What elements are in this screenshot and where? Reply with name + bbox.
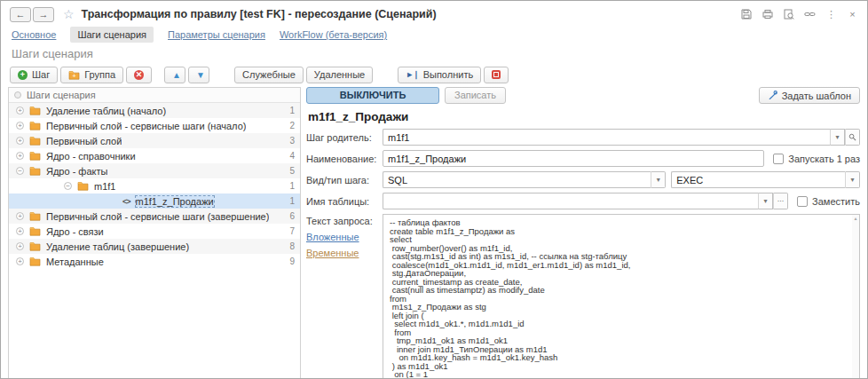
deleted-steps-label: Удаленные <box>314 69 365 80</box>
add-group-button[interactable]: + Группа <box>60 67 123 83</box>
back-button[interactable]: ← <box>10 7 31 22</box>
set-template-button[interactable]: Задать шаблон <box>759 87 860 104</box>
execute-label: Выполнить <box>423 69 473 80</box>
deleted-steps-button[interactable]: Удаленные <box>306 67 373 83</box>
run-once-checkbox[interactable] <box>773 154 784 164</box>
service-steps-button[interactable]: Служебные <box>234 67 304 83</box>
search-icon[interactable] <box>783 9 794 20</box>
tree-item[interactable]: + Удаление таблиц (завершение) 8 <box>9 239 300 254</box>
close-icon[interactable]: × <box>847 9 858 20</box>
favorite-star-icon[interactable]: ☆ <box>63 8 75 20</box>
kind-dropdown-button[interactable]: ▾ <box>651 171 666 188</box>
tree-item-label: Ядро - факты <box>46 166 107 177</box>
folder-icon <box>29 211 41 221</box>
query-text-area[interactable]: -- таблица фактов create table m1f1_z_Пр… <box>383 214 860 379</box>
tree-item-label: Первичный слой <box>46 136 122 146</box>
chevron-down-icon: ▾ <box>657 176 660 184</box>
nested-queries-link[interactable]: Вложенные <box>306 232 383 242</box>
tree-item[interactable]: − m1f1 1 <box>9 178 300 193</box>
arrow-down-icon: ▼ <box>196 70 205 80</box>
expand-plus-icon[interactable]: + <box>16 122 24 130</box>
tree-item-selected[interactable]: <> m1f1_z_Продажи 1 <box>9 193 300 209</box>
expand-plus-icon[interactable]: + <box>16 257 24 265</box>
tree-item-label: Удаление таблиц (завершение) <box>46 241 189 252</box>
tree-item[interactable]: + Удаление таблиц (начало) 1 <box>9 103 300 118</box>
vertical-scrollbar[interactable]: ▴ <box>852 215 859 379</box>
tree-item-number: 1 <box>289 106 300 115</box>
code-step-icon: <> <box>122 197 130 206</box>
folder-icon <box>29 136 41 146</box>
table-dropdown-button[interactable]: ▾ <box>758 193 773 209</box>
add-step-button[interactable]: + Шаг <box>10 67 58 83</box>
tree-item-label: m1f1 <box>94 181 115 192</box>
expand-plus-icon[interactable]: + <box>16 107 24 114</box>
break-button[interactable] <box>484 67 509 83</box>
break-icon <box>492 70 501 79</box>
run-once-label: Запускать 1 раз <box>788 154 860 164</box>
replace-checkbox[interactable] <box>797 196 808 207</box>
expand-plus-icon[interactable]: + <box>16 242 24 250</box>
name-input[interactable] <box>383 150 764 167</box>
folder-icon <box>29 121 41 130</box>
tree-item-number: 1 <box>289 196 300 206</box>
content-area: Шаги сценария + Удаление таблиц (начало)… <box>1 87 867 379</box>
sql-query-text[interactable]: -- таблица фактов create table m1f1_z_Пр… <box>383 215 859 379</box>
table-name-input[interactable] <box>383 193 758 209</box>
tab-scenario-steps[interactable]: Шаги сценария <box>70 27 154 43</box>
tab-main[interactable]: Основное <box>12 29 56 40</box>
tab-workflow[interactable]: WorkFlow (бета-версия) <box>280 29 387 40</box>
arrow-up-icon: ▲ <box>172 70 181 80</box>
parent-step-input[interactable] <box>383 129 830 146</box>
step-title: m1f1_z_Продажи <box>308 110 860 123</box>
tree-item[interactable]: + Ядро - связи 7 <box>9 224 300 239</box>
temp-tables-link[interactable]: Временные <box>306 248 383 258</box>
move-up-button[interactable]: ▲ <box>164 67 185 83</box>
tree-item[interactable]: + Первичный слой - сервисные шаги (начал… <box>9 118 300 133</box>
folder-icon <box>29 257 41 266</box>
expand-plus-icon[interactable]: + <box>16 137 24 145</box>
expand-minus-icon[interactable]: − <box>64 182 72 190</box>
parent-lookup-button[interactable] <box>845 129 860 146</box>
step-editor-panel: ВЫКЛЮЧИТЬ Записать Задать шаблон m1f1_z_… <box>306 87 860 379</box>
page-title: Шаги сценария <box>1 43 867 64</box>
exec-type-select[interactable] <box>671 171 845 188</box>
tree-item-label: m1f1_z_Продажи <box>136 196 214 207</box>
execute-button[interactable]: ►❘ Выполнить <box>398 67 481 83</box>
tree-item[interactable]: + Метаданные 9 <box>9 254 300 269</box>
move-down-button[interactable]: ▼ <box>188 67 209 83</box>
save-button[interactable]: Записать <box>445 87 506 104</box>
chevron-down-icon: ▾ <box>764 197 768 205</box>
chevron-down-icon: ▾ <box>850 176 854 184</box>
more-icon[interactable]: ⋮ <box>825 9 837 20</box>
window-action-icons: ⋮ × <box>740 9 858 20</box>
kind-select[interactable] <box>383 171 651 188</box>
add-step-label: Шаг <box>32 69 50 80</box>
expand-plus-icon[interactable]: + <box>16 227 24 235</box>
tab-scenario-params[interactable]: Параметры сценария <box>168 29 265 40</box>
add-icon: + <box>18 70 28 80</box>
tree-item-label: Первичный слой - сервисные шаги (начало) <box>46 121 246 131</box>
tree-item[interactable]: + Первичный слой 3 <box>9 133 300 148</box>
tree-item[interactable]: − Ядро - факты 5 <box>9 163 300 178</box>
tree-item-label: Первичный слой - сервисные шаги (заверше… <box>46 211 269 222</box>
expand-plus-icon[interactable]: + <box>16 152 24 160</box>
delete-step-button[interactable]: ✕ <box>126 67 152 83</box>
expand-plus-icon[interactable]: + <box>16 212 24 220</box>
execute-icon: ►❘ <box>406 70 418 79</box>
tree-item[interactable]: + Первичный слой - сервисные шаги (завер… <box>9 209 300 224</box>
tree-item[interactable]: + Ядро - справочники 4 <box>9 148 300 163</box>
print-icon[interactable] <box>761 9 773 20</box>
tree-header[interactable]: Шаги сценария <box>9 88 300 103</box>
forward-button[interactable]: → <box>33 7 54 22</box>
add-group-label: Группа <box>84 69 115 80</box>
tree-item-number: 9 <box>289 257 300 266</box>
expand-minus-icon[interactable]: − <box>16 167 24 175</box>
magnifier-icon <box>848 133 856 141</box>
link-icon[interactable] <box>804 9 816 20</box>
exec-dropdown-button[interactable]: ▾ <box>845 171 860 188</box>
save-icon[interactable] <box>740 9 752 20</box>
table-ellipsis-button[interactable]: ... <box>773 193 788 209</box>
disable-button[interactable]: ВЫКЛЮЧИТЬ <box>306 87 439 104</box>
tree-item-number: 3 <box>289 136 300 146</box>
parent-dropdown-button[interactable]: ▾ <box>830 129 845 146</box>
